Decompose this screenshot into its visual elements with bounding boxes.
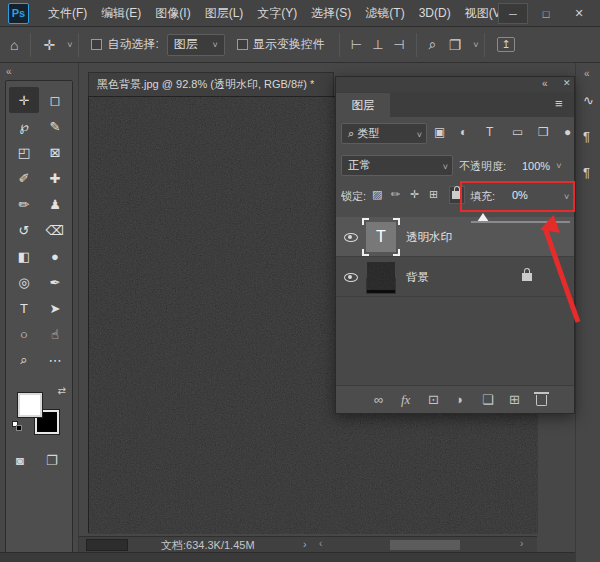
lock-image-pixels-icon[interactable]: ✏ — [391, 188, 400, 201]
align-center-icon[interactable]: ⊥ — [372, 37, 383, 52]
status-popup-arrow-icon[interactable]: › — [303, 538, 307, 550]
opacity-dropdown[interactable]: 100% ˅ — [516, 155, 571, 176]
layer-mask-icon[interactable]: ⊡ — [428, 392, 439, 407]
default-colors-icon[interactable] — [12, 421, 22, 431]
character-panel-icon[interactable]: ¶ — [583, 165, 590, 180]
type-tool[interactable]: T — [9, 295, 39, 321]
delete-layer-icon[interactable] — [536, 395, 547, 406]
tab-layers[interactable]: 图层 — [336, 93, 390, 117]
new-group-icon[interactable]: ❏ — [482, 392, 494, 407]
fill-slider-track[interactable] — [471, 221, 570, 223]
menu-file[interactable]: 文件(F) — [41, 0, 94, 26]
layer-thumbnail[interactable] — [366, 262, 396, 292]
pen-tool[interactable]: ✒ — [40, 269, 70, 295]
document-tab[interactable]: 黑色背景.jpg @ 92.8% (透明水印, RGB/8#) * — [88, 72, 334, 96]
share-icon[interactable]: ↥ — [497, 37, 514, 52]
shape-tool[interactable]: ○ — [9, 321, 39, 347]
move-tool-icon[interactable]: ✛ — [43, 37, 55, 53]
new-layer-icon[interactable]: ⊞ — [509, 392, 520, 407]
workspace-icon[interactable]: ❐ — [449, 37, 462, 53]
blur-tool[interactable]: ● — [40, 243, 70, 269]
auto-select-checkbox[interactable] — [91, 39, 102, 50]
layer-effects-icon[interactable]: fx — [401, 392, 410, 408]
adjustment-layer-icon[interactable]: ◑ — [455, 392, 463, 407]
link-layers-icon[interactable]: ∞ — [374, 392, 383, 407]
menu-layer[interactable]: 图层(L) — [198, 0, 251, 26]
show-transform-checkbox[interactable] — [237, 39, 248, 50]
align-right-icon[interactable]: ⊣ — [393, 37, 404, 52]
quick-selection-tool[interactable]: ✎ — [40, 113, 70, 139]
foreground-color-swatch[interactable] — [18, 393, 42, 417]
filter-adjustment-layers-icon[interactable]: ◐ — [460, 125, 467, 139]
path-selection-tool[interactable]: ➤ — [40, 295, 70, 321]
menu-bar: 文件(F)编辑(E)图像(I)图层(L)文字(Y)选择(S)滤镜(T)3D(D)… — [41, 0, 512, 26]
crop-tool[interactable]: ◰ — [9, 139, 39, 165]
visibility-eye-icon[interactable] — [344, 233, 358, 242]
zoom-level-field[interactable] — [86, 539, 128, 551]
layer-row[interactable]: 背景 — [336, 257, 574, 297]
move-tool[interactable]: ✛ — [9, 87, 39, 113]
visibility-eye-icon[interactable] — [344, 273, 358, 282]
toolbar-collapse-icon[interactable]: « — [6, 66, 12, 77]
menu-filter[interactable]: 滤镜(T) — [358, 0, 411, 26]
scroll-left-icon[interactable]: ‹ — [319, 538, 322, 549]
lock-position-icon[interactable]: ✛ — [410, 188, 419, 201]
color-swatches: ⇄ — [14, 387, 66, 443]
dock-collapse-icon[interactable]: « — [584, 68, 590, 79]
auto-select-target-dropdown[interactable]: 图层 ˅ — [167, 34, 225, 56]
menu-image[interactable]: 图像(I) — [148, 0, 197, 26]
clone-stamp-tool[interactable]: ♟ — [40, 191, 70, 217]
lasso-tool[interactable]: ℘ — [9, 113, 39, 139]
eraser-tool[interactable]: ⌫ — [40, 217, 70, 243]
screen-mode-button[interactable]: ❐ — [46, 453, 58, 468]
tool-grid: ✛◻℘✎◰⊠✐✚✏♟↺⌫◧●◎✒T➤○☝⌕⋯ — [9, 87, 71, 373]
lock-transparent-pixels-icon[interactable]: ▨ — [372, 188, 382, 201]
layer-row[interactable]: T透明水印 — [336, 217, 574, 257]
gradient-tool[interactable]: ◧ — [9, 243, 39, 269]
layer-filter-row: ⌕ 类型 ˅ ▣◐T▭❒● — [336, 123, 574, 147]
search-icon: ⌕ — [348, 127, 354, 140]
history-brush-tool[interactable]: ↺ — [9, 217, 39, 243]
lock-artboard-icon[interactable]: ⊞ — [429, 188, 438, 201]
panel-close-icon[interactable]: ✕ — [563, 78, 571, 88]
scroll-right-icon[interactable]: › — [520, 538, 523, 549]
panel-collapse-icon[interactable]: « — [542, 78, 548, 89]
panel-menu-icon[interactable]: ≡ — [555, 96, 563, 111]
filter-pixel-layers-icon[interactable]: ▣ — [434, 125, 445, 139]
menu-3d[interactable]: 3D(D) — [412, 0, 458, 26]
brush-tool[interactable]: ✏ — [9, 191, 39, 217]
hand-tool[interactable]: ☝ — [40, 321, 70, 347]
filter-type-dropdown[interactable]: ⌕ 类型 ˅ — [341, 123, 427, 144]
chevron-down-icon[interactable]: ˅ — [67, 40, 72, 50]
healing-brush-tool[interactable]: ✚ — [40, 165, 70, 191]
chevron-down-icon[interactable]: ˅ — [473, 40, 478, 50]
filter-shape-layers-icon[interactable]: ▭ — [512, 125, 523, 139]
maximize-button[interactable]: □ — [531, 3, 561, 24]
filter-toggle-icon[interactable]: ● — [564, 125, 571, 139]
menu-select[interactable]: 选择(S) — [304, 0, 358, 26]
dodge-tool[interactable]: ◎ — [9, 269, 39, 295]
close-button[interactable]: ✕ — [564, 3, 594, 24]
horizontal-scrollbar-thumb[interactable] — [390, 540, 460, 550]
search-icon[interactable]: ⌕ — [429, 36, 437, 53]
chevron-down-icon: ˅ — [556, 161, 561, 171]
marquee-tool[interactable]: ◻ — [40, 87, 70, 113]
eyedropper-tool[interactable]: ✐ — [9, 165, 39, 191]
frame-tool[interactable]: ⊠ — [40, 139, 70, 165]
menu-type[interactable]: 文字(Y) — [250, 0, 304, 26]
filter-smart-objects-icon[interactable]: ❒ — [538, 125, 549, 139]
blend-mode-dropdown[interactable]: 正常 ˅ — [341, 155, 453, 176]
zoom-tool[interactable]: ⌕ — [9, 347, 39, 373]
align-left-icon[interactable]: ⊢ — [351, 37, 362, 52]
home-icon[interactable]: ⌂ — [10, 37, 18, 53]
filter-type-layers-icon[interactable]: T — [486, 125, 493, 139]
window-controls: ─□✕ — [495, 0, 594, 27]
minimize-button[interactable]: ─ — [498, 3, 528, 24]
layer-thumbnail[interactable]: T — [366, 222, 396, 252]
paragraph-panel-icon[interactable]: ¶ — [583, 129, 590, 144]
swap-colors-icon[interactable]: ⇄ — [58, 385, 66, 396]
quick-mask-button[interactable]: ◙ — [16, 453, 24, 468]
edit-toolbar[interactable]: ⋯ — [40, 347, 70, 373]
curves-panel-icon[interactable]: ∿ — [583, 93, 594, 108]
menu-edit[interactable]: 编辑(E) — [94, 0, 148, 26]
